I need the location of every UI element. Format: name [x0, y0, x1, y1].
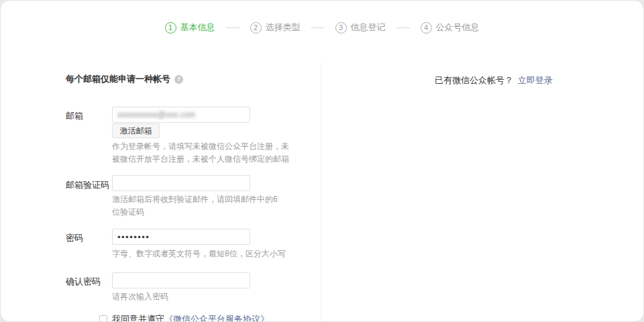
- existing-account-area: 已有微信公众帐号？ 立即登录: [435, 74, 553, 87]
- confirm-password-label: 确认密码: [66, 276, 101, 288]
- step-3-number-icon: 3: [335, 22, 347, 34]
- login-now-link[interactable]: 立即登录: [518, 75, 553, 85]
- email-input[interactable]: xxxxxxxxxx@xxx.com: [112, 107, 250, 123]
- email-code-input[interactable]: [112, 175, 250, 191]
- step-choose-type: 2 选择类型: [250, 21, 301, 34]
- step-4-number-icon: 4: [421, 22, 432, 34]
- confirm-password-helper-text: 请再次输入密码: [112, 290, 307, 303]
- password-label: 密码: [66, 232, 83, 244]
- password-masked-value: ••••••••: [117, 232, 150, 242]
- email-rule-note: 每个邮箱仅能申请一种帐号 ?: [66, 73, 183, 85]
- email-code-helper-text: 激活邮箱后将收到验证邮件，请回填邮件中的6位验证码: [112, 193, 282, 219]
- email-redacted-value: xxxxxxxxxx@xxx.com: [117, 110, 195, 119]
- email-code-label: 邮箱验证码: [66, 179, 109, 191]
- confirm-password-input[interactable]: [112, 272, 250, 288]
- step-2-label: 选择类型: [266, 21, 301, 34]
- step-4-label: 公众号信息: [436, 21, 480, 34]
- step-3-label: 信息登记: [351, 21, 386, 34]
- agreement-row: 我同意并遵守 《微信公众平台服务协议》: [99, 313, 269, 322]
- password-input[interactable]: ••••••••: [112, 229, 250, 245]
- step-separator: [226, 28, 239, 28]
- step-2-number-icon: 2: [250, 22, 262, 34]
- email-rule-note-text: 每个邮箱仅能申请一种帐号: [66, 73, 170, 85]
- help-question-icon[interactable]: ?: [174, 75, 183, 84]
- step-separator: [396, 28, 410, 28]
- step-info-registration: 3 信息登记: [335, 21, 386, 34]
- activate-email-button[interactable]: 激活邮箱: [112, 123, 160, 138]
- step-1-number-icon: 1: [165, 22, 176, 34]
- registration-card: 1 基本信息 2 选择类型 3 信息登记 4 公众号信息 每个邮箱仅能申请一种帐…: [0, 0, 644, 322]
- existing-account-question: 已有微信公众帐号？: [435, 75, 513, 85]
- agreement-prefix-text: 我同意并遵守: [112, 313, 164, 322]
- service-agreement-link[interactable]: 《微信公众平台服务协议》: [164, 313, 269, 322]
- column-divider: [321, 63, 321, 321]
- email-label: 邮箱: [66, 110, 83, 122]
- step-basic-info: 1 基本信息: [165, 21, 215, 34]
- step-separator: [311, 28, 325, 28]
- step-account-info: 4 公众号信息: [421, 21, 480, 34]
- step-indicator: 1 基本信息 2 选择类型 3 信息登记 4 公众号信息: [1, 21, 643, 34]
- email-helper-text: 作为登录帐号，请填写未被微信公众平台注册，未被微信开放平台注册，未被个人微信号绑…: [112, 140, 292, 166]
- password-helper-text: 字母、数字或者英文符号，最短8位，区分大小写: [112, 248, 307, 260]
- step-1-label: 基本信息: [180, 21, 215, 34]
- agreement-checkbox[interactable]: [99, 315, 107, 322]
